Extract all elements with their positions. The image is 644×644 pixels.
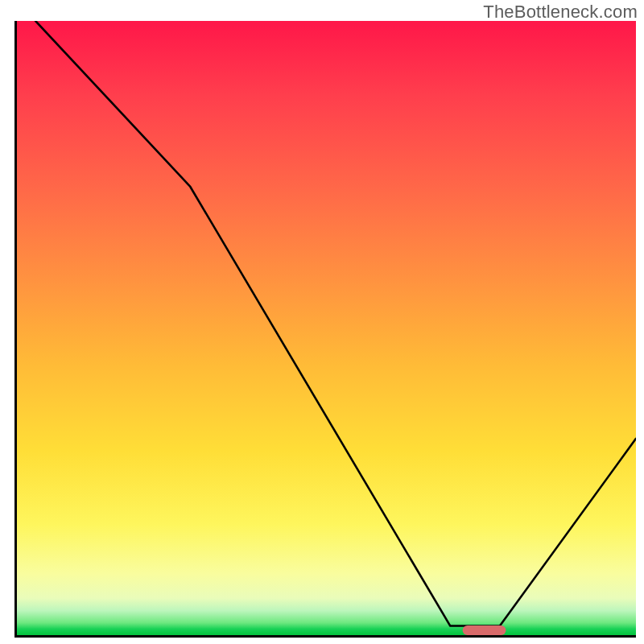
chart-svg xyxy=(17,21,636,635)
bottleneck-curve-line xyxy=(35,21,636,626)
watermark-text: TheBottleneck.com xyxy=(483,2,638,23)
chart-frame: TheBottleneck.com xyxy=(0,0,644,644)
plot-area xyxy=(14,21,636,638)
optimal-range-marker xyxy=(463,625,506,635)
